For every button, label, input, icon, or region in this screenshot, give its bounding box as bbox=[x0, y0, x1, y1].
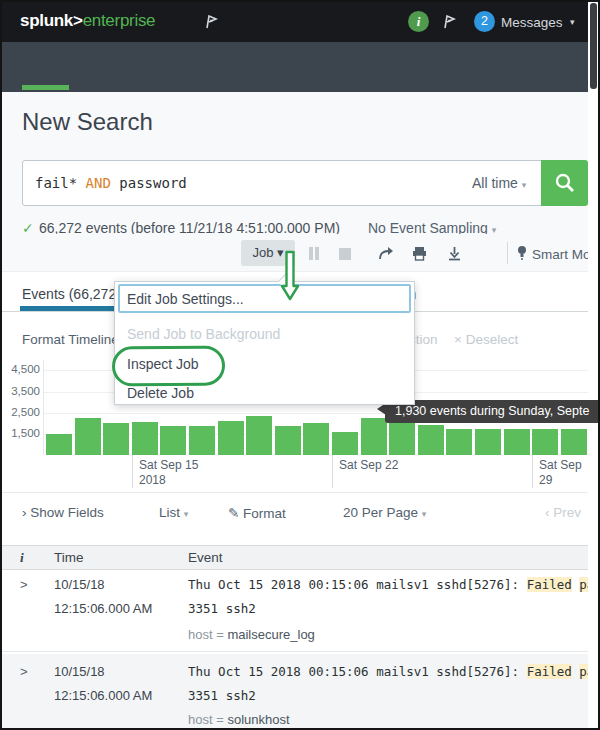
annotation-arrow-down bbox=[278, 250, 302, 302]
column-header-info: i bbox=[20, 550, 24, 566]
event-host-field[interactable]: host = mailsecure_log bbox=[188, 627, 315, 642]
y-tick-label: 4,500 bbox=[2, 363, 40, 375]
histogram-bar[interactable] bbox=[303, 423, 329, 455]
app-nav-bar: Search Datasets Reports Alerts Dashboard… bbox=[2, 42, 588, 92]
caret-down-icon: ▾ bbox=[522, 180, 527, 190]
pause-icon[interactable] bbox=[309, 246, 323, 260]
histogram-bar[interactable] bbox=[103, 423, 129, 455]
info-badge-icon[interactable]: i bbox=[408, 11, 429, 32]
menu-item-edit-job-settings[interactable]: Edit Job Settings... bbox=[127, 291, 244, 307]
histogram-bar[interactable] bbox=[218, 421, 244, 455]
histogram-bar[interactable] bbox=[46, 434, 72, 455]
tab-events[interactable]: Events (66,272) bbox=[22, 286, 121, 302]
histogram-bar[interactable] bbox=[475, 429, 501, 455]
y-tick-label: 2,500 bbox=[2, 406, 40, 418]
activity-flag-icon[interactable] bbox=[204, 15, 220, 33]
chart-bottom-border bbox=[2, 492, 588, 493]
share-icon[interactable] bbox=[379, 246, 393, 260]
x-tick-label: Sat Sep 152018 bbox=[139, 458, 198, 488]
expand-row-chevron[interactable]: > bbox=[20, 577, 28, 592]
histogram-bar[interactable] bbox=[532, 429, 558, 455]
scrollbar-thumb[interactable] bbox=[590, 3, 597, 89]
toolbar-divider bbox=[507, 242, 508, 264]
search-query-text[interactable]: fail* AND password bbox=[35, 175, 187, 191]
search-button[interactable] bbox=[541, 160, 588, 206]
caret-down-icon: ▾ bbox=[184, 509, 189, 519]
time-range-label[interactable]: All time ▾ bbox=[472, 175, 526, 191]
menu-item-send-job-to-background: Send Job to Background bbox=[127, 326, 280, 342]
pencil-icon: ✎ bbox=[228, 506, 239, 521]
lightbulb-icon bbox=[516, 245, 528, 265]
print-icon[interactable] bbox=[412, 246, 426, 260]
expand-row-chevron[interactable]: > bbox=[20, 664, 28, 679]
caret-down-icon: ▾ bbox=[570, 17, 575, 27]
brand-gt: > bbox=[73, 11, 83, 30]
y-axis-line bbox=[43, 360, 44, 455]
event-time: 12:15:06.000 AM bbox=[54, 601, 152, 616]
prev-page-button[interactable]: ‹ Prev bbox=[545, 505, 581, 520]
caret-down-icon: ▾ bbox=[422, 509, 427, 519]
histogram-bar[interactable] bbox=[189, 426, 215, 455]
deselect-button[interactable]: × Deselect bbox=[454, 332, 518, 347]
histogram-bar[interactable] bbox=[275, 426, 301, 455]
page-title: New Search bbox=[22, 108, 153, 136]
activity-flag-icon[interactable] bbox=[442, 15, 458, 33]
event-raw-line1: Thu Oct 15 2018 00:15:06 mailsv1 sshd[52… bbox=[188, 664, 600, 679]
show-fields-toggle[interactable]: › Show Fields bbox=[22, 505, 104, 520]
histogram-bar[interactable] bbox=[418, 425, 444, 455]
highlighted-term: Failed bbox=[527, 664, 572, 679]
x-tick-label: Sat Sep 22 bbox=[339, 458, 398, 473]
chevron-right-icon: › bbox=[22, 505, 27, 520]
download-icon[interactable] bbox=[447, 246, 461, 260]
host-value[interactable]: solunkhost bbox=[227, 712, 289, 727]
x-tick bbox=[132, 455, 133, 488]
histogram-bar[interactable] bbox=[561, 429, 587, 455]
column-header-event: Event bbox=[188, 550, 223, 565]
per-page-menu[interactable]: 20 Per Page ▾ bbox=[343, 505, 426, 520]
menu-item-delete-job[interactable]: Delete Job bbox=[127, 385, 194, 401]
brand-product: enterprise bbox=[83, 11, 156, 30]
job-dropdown-menu: Edit Job Settings... Send Job to Backgro… bbox=[114, 281, 415, 405]
event-raw-line1: Thu Oct 15 2018 00:15:06 mailsv1 sshd[52… bbox=[188, 577, 600, 592]
event-raw-line2: 3351 ssh2 bbox=[188, 688, 256, 703]
y-tick-label: 3,500 bbox=[2, 385, 40, 397]
annotation-circle-inspect-job bbox=[112, 346, 225, 387]
chevron-left-icon: ‹ bbox=[545, 505, 550, 520]
format-menu[interactable]: ✎ Format bbox=[228, 505, 286, 521]
histogram-bar[interactable] bbox=[75, 418, 101, 455]
histogram-bar[interactable] bbox=[332, 432, 358, 455]
event-date: 10/15/18 bbox=[54, 577, 105, 592]
column-header-time: Time bbox=[54, 550, 84, 565]
histogram-bar[interactable] bbox=[446, 429, 472, 455]
x-tick bbox=[332, 455, 333, 488]
format-timeline-menu[interactable]: Format Timeline ▾ bbox=[22, 332, 127, 347]
event-date: 10/15/18 bbox=[54, 664, 105, 679]
messages-menu[interactable]: Messages bbox=[501, 15, 563, 30]
event-raw-line2: 3351 ssh2 bbox=[188, 601, 256, 616]
row-divider bbox=[2, 651, 588, 652]
splunk-logo[interactable]: splunk>enterprise bbox=[20, 11, 155, 31]
stop-icon[interactable] bbox=[339, 246, 353, 260]
histogram-bar[interactable] bbox=[504, 429, 530, 455]
scrollbar-track[interactable] bbox=[588, 2, 598, 728]
query-operator: AND bbox=[86, 175, 111, 191]
brand-splunk: splunk bbox=[20, 11, 73, 30]
table-header bbox=[2, 545, 588, 570]
event-time: 12:15:06.000 AM bbox=[54, 688, 152, 703]
top-bar: splunk>enterprise i 2 Messages ▾ bbox=[2, 2, 588, 42]
event-host-field[interactable]: host = solunkhost bbox=[188, 712, 290, 727]
close-icon: × bbox=[454, 332, 462, 347]
histogram-bar[interactable] bbox=[246, 416, 272, 455]
nav-active-underline bbox=[22, 85, 69, 90]
chart-tooltip: 1,930 events during Sunday, Septe bbox=[385, 400, 600, 423]
histogram-bar[interactable] bbox=[132, 422, 158, 455]
messages-count-badge[interactable]: 2 bbox=[474, 11, 495, 32]
list-view-menu[interactable]: List ▾ bbox=[159, 505, 188, 520]
host-value[interactable]: mailsecure_log bbox=[227, 627, 314, 642]
histogram-bar[interactable] bbox=[361, 418, 387, 455]
y-tick-label: 1,500 bbox=[2, 427, 40, 439]
highlighted-term: Failed bbox=[527, 577, 572, 592]
x-tick bbox=[532, 455, 533, 488]
histogram-bar[interactable] bbox=[160, 426, 186, 455]
splunk-search-window: splunk>enterprise i 2 Messages ▾ Search … bbox=[0, 0, 600, 730]
